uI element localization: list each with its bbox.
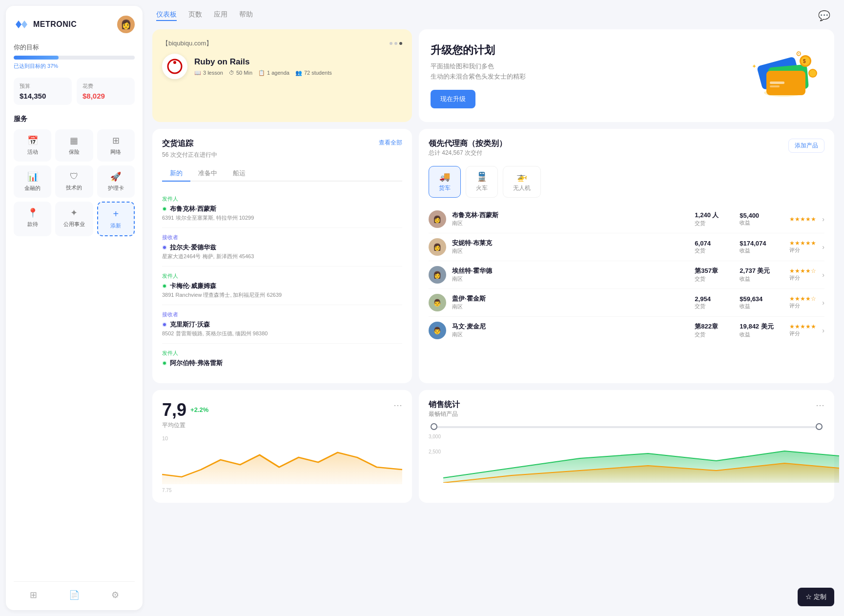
add-product-button[interactable]: 添加产品 — [788, 139, 824, 153]
sales-chart — [443, 434, 839, 483]
dealer-stat-label-1: 交货 — [695, 220, 734, 227]
network-label: 网络 — [110, 148, 121, 156]
nursing-icon: 🚀 — [110, 171, 121, 182]
dealer-avatar-5: 👨 — [429, 322, 446, 339]
dealer-row-3: 👩 埃丝特·霍华德 南区 第357章 交货 2,737 美元 收益 ★★★★☆ … — [429, 261, 824, 289]
dealer-stat-val-3: 第357章 — [695, 267, 734, 275]
nursing-label: 护理卡 — [108, 185, 124, 192]
dealer-money-val-4: $59,634 — [740, 295, 783, 303]
document-icon[interactable]: 📄 — [69, 590, 80, 600]
sales-subtitle: 最畅销产品 — [429, 410, 460, 418]
upgrade-title: 升级您的计划 — [431, 43, 526, 58]
service-public[interactable]: ✦ 公用事业 — [55, 202, 93, 236]
dealer-stat-label-4: 交货 — [695, 303, 734, 310]
service-insurance[interactable]: ▦ 保险 — [55, 129, 93, 162]
sales-more-icon[interactable]: ⋯ — [816, 400, 824, 411]
avatar[interactable]: 👩 — [117, 16, 135, 33]
dealer-stat-label-5: 交货 — [695, 331, 734, 338]
dealer-arrow-4[interactable]: › — [822, 299, 824, 307]
dealer-avatar-4: 👨 — [429, 294, 446, 311]
cat-truck[interactable]: 🚚 货车 — [429, 166, 461, 198]
item4-addr: 8502 普雷斯顿路, 英格尔伍德, 缅因州 98380 — [162, 330, 402, 337]
star-label-2: 评分 — [789, 246, 816, 254]
nav-pages[interactable]: 页数 — [188, 10, 202, 21]
delivery-view-all[interactable]: 查看全部 — [379, 139, 402, 147]
dealer-arrow-2[interactable]: › — [822, 243, 824, 251]
cat-drone[interactable]: 🚁 无人机 — [503, 166, 541, 198]
network-icon: ⊞ — [112, 135, 120, 146]
chart-y-10: 10 — [162, 435, 168, 441]
service-add[interactable]: + 添新 — [97, 202, 135, 236]
cat-train[interactable]: 🚆 火车 — [466, 166, 498, 198]
train-icon: 🚆 — [476, 171, 487, 182]
upgrade-desc: 平面描绘图和我们多色 生动的未混合紫色头发女士的精彩 — [431, 62, 526, 82]
row-3: 7,9 +2.2% ⋯ 平均位置 10 7.75 — [148, 390, 838, 503]
dealer-info-1: 布鲁克林·西蒙斯 南区 — [452, 211, 689, 227]
dealer-row-1: 👩 布鲁克林·西蒙斯 南区 1,240 人 交货 $5,400 收益 ★★★★★… — [429, 205, 824, 233]
range-thumb-left[interactable] — [431, 423, 437, 430]
item4-name: 克里斯汀·沃森 — [162, 320, 402, 329]
add-icon: + — [113, 208, 119, 220]
item3-name: 卡梅伦·威廉姆森 — [162, 282, 402, 290]
activity-label: 活动 — [27, 148, 38, 156]
status-dot-green — [162, 206, 167, 211]
status-dot-purple2 — [162, 322, 167, 327]
service-hospitality[interactable]: 📍 款待 — [14, 202, 51, 236]
dealer-name-5: 马文·麦金尼 — [452, 322, 689, 331]
service-technical[interactable]: 🛡 技术的 — [55, 165, 93, 198]
chat-icon[interactable]: 💬 — [818, 10, 830, 21]
nav-dashboard[interactable]: 仪表板 — [156, 10, 177, 21]
avg-more-icon[interactable]: ⋯ — [393, 400, 402, 411]
goal-label: 你的目标 — [14, 43, 135, 52]
dtab-preparing[interactable]: 准备中 — [190, 166, 225, 181]
service-network[interactable]: ⊞ 网络 — [97, 129, 135, 162]
hospitality-icon: 📍 — [27, 207, 38, 218]
goal-section: 你的目标 已达到目标的 37% — [14, 43, 135, 70]
upgrade-button[interactable]: 现在升级 — [431, 90, 475, 108]
nav-links: 仪表板 页数 应用 帮助 — [156, 10, 253, 21]
students-icon: 👥 — [295, 70, 302, 76]
main-content: 仪表板 页数 应用 帮助 💬 【biqubiqu.com】 — [148, 0, 844, 616]
item5-name: 阿尔伯特·弗洛雷斯 — [162, 359, 402, 368]
dealer-region-1: 南区 — [452, 220, 689, 227]
course-url-row: 【biqubiqu.com】 — [162, 39, 402, 48]
public-label: 公用事业 — [63, 221, 85, 228]
expense-card: 花费 $8,029 — [77, 78, 135, 105]
dealer-money-val-2: $174,074 — [740, 240, 783, 247]
course-card: 【biqubiqu.com】 Ruby on Rails — [152, 29, 412, 122]
dealer-region-5: 南区 — [452, 331, 689, 338]
dealer-row-4: 👨 盖伊·霍金斯 南区 2,954 交货 $59,634 收益 ★★★★☆ 评分 — [429, 289, 824, 317]
course-url-text: 【biqubiqu.com】 — [162, 39, 212, 48]
dealer-arrow-5[interactable]: › — [822, 327, 824, 334]
dealers-header: 领先代理商（按类别） 总计 424,567 次交付 添加产品 — [429, 139, 824, 164]
customize-button[interactable]: ☆ 定制 — [798, 588, 834, 606]
dtab-new[interactable]: 新的 — [162, 166, 190, 182]
dot1 — [390, 42, 392, 45]
dealer-money-2: $174,074 收益 — [740, 240, 783, 254]
dtab-shipping[interactable]: 船运 — [225, 166, 253, 181]
delivery-item-4: 接收者 克里斯汀·沃森 8502 普雷斯顿路, 英格尔伍德, 缅因州 98380 — [162, 305, 402, 344]
item5-type: 发件人 — [162, 349, 402, 357]
settings-icon[interactable]: ⚙ — [111, 590, 119, 600]
nav-help[interactable]: 帮助 — [239, 10, 253, 21]
sales-chart-area: 3,000 2,500 — [429, 434, 824, 483]
layers-icon[interactable]: ⊞ — [30, 590, 37, 600]
dealer-stat-label-3: 交货 — [695, 275, 734, 283]
range-thumb-right[interactable] — [816, 423, 823, 430]
service-activity[interactable]: 📅 活动 — [14, 129, 51, 162]
service-financial[interactable]: 📊 金融的 — [14, 165, 51, 198]
dealer-stat-val-4: 2,954 — [695, 295, 734, 303]
hospitality-label: 款待 — [27, 221, 38, 228]
dealer-arrow-1[interactable]: › — [822, 215, 824, 223]
dealer-money-label-3: 收益 — [740, 275, 783, 283]
delivery-card: 交货追踪 查看全部 56 次交付正在进行中 新的 准备中 船运 发件人 布鲁克林… — [152, 129, 412, 383]
dealer-arrow-3[interactable]: › — [822, 271, 824, 279]
nav-apps[interactable]: 应用 — [214, 10, 227, 21]
budget-label: 预算 — [20, 82, 66, 90]
dealers-subtitle: 总计 424,567 次交付 — [429, 149, 507, 157]
service-nursing[interactable]: 🚀 护理卡 — [97, 165, 135, 198]
course-logo — [162, 54, 187, 79]
y-3000: 3,000 — [429, 434, 441, 439]
range-slider-container — [429, 426, 824, 428]
dealer-rating-5: ★★★★★ 评分 — [789, 323, 816, 337]
